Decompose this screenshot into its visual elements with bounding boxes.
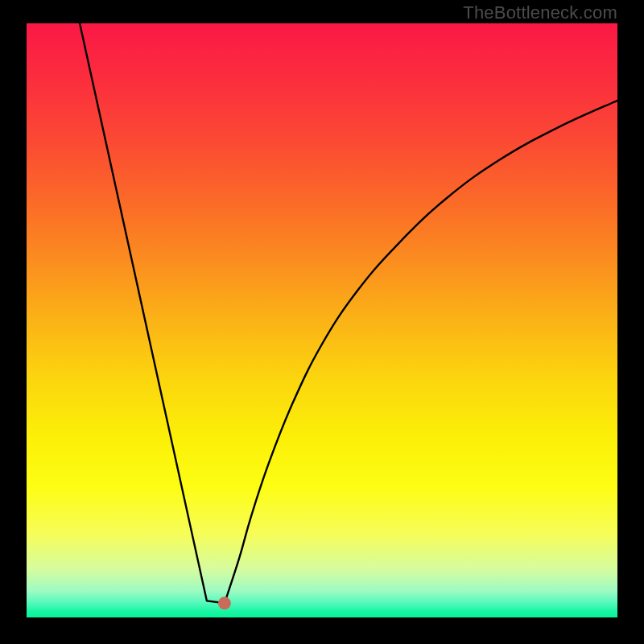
chart-svg	[27, 23, 617, 617]
minimum-marker	[218, 597, 231, 609]
chart-frame: TheBottleneck.com	[0, 0, 644, 644]
plot-area	[27, 23, 617, 617]
watermark-text: TheBottleneck.com	[463, 2, 617, 23]
gradient-background	[27, 23, 617, 617]
